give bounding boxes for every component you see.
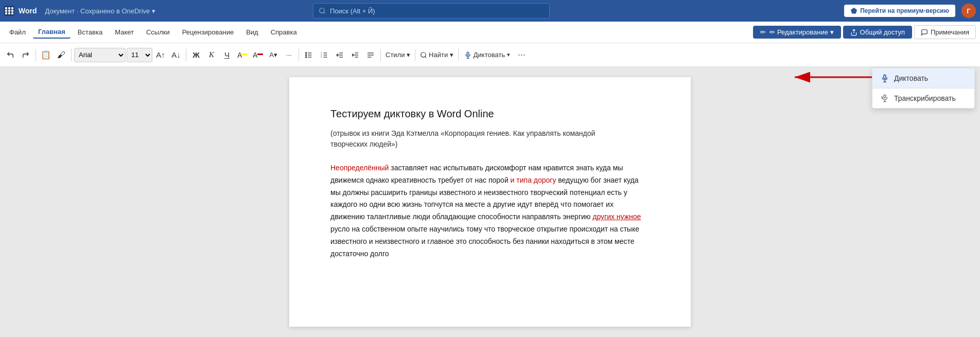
app-name: Word (19, 7, 37, 15)
menu-review[interactable]: Рецензирование (177, 26, 239, 38)
bullets-button[interactable] (302, 47, 316, 63)
edit-mode-button[interactable]: ✏ ✏ Редактирование ▾ (753, 26, 841, 39)
document-subtitle: (отрывок из книги Эда Кэтмелла «Корпорац… (330, 128, 650, 150)
separator-5 (380, 49, 381, 61)
dropdown-dictate-item[interactable]: Диктовать (872, 68, 974, 88)
svg-point-0 (320, 8, 324, 13)
premium-label: Перейти на премиум-версию (860, 7, 949, 14)
more-icon: ··· (518, 49, 526, 60)
menu-home[interactable]: Главная (33, 26, 71, 39)
body-text-5: других нужное (592, 212, 641, 221)
svg-point-8 (306, 57, 307, 58)
user-avatar[interactable]: Г (961, 4, 976, 18)
share-icon (850, 29, 857, 36)
svg-line-1 (324, 12, 325, 14)
dictate-arrow: ▾ (507, 51, 510, 58)
menu-view[interactable]: Вид (241, 26, 264, 38)
italic-button[interactable]: К (204, 47, 219, 63)
title-right-area: Перейти на премиум-версию Г (844, 4, 976, 18)
svg-rect-29 (884, 75, 886, 78)
menu-layout[interactable]: Макет (110, 26, 139, 38)
body-text-1: Неопределённый (330, 164, 389, 172)
subtitle-line2: творческих людей») (330, 140, 397, 148)
body-text-3: и типа дорогу (511, 176, 556, 184)
dictate-button[interactable]: Диктовать ▾ (461, 47, 513, 63)
svg-text:3: 3 (321, 56, 322, 58)
alignment-button[interactable] (363, 47, 378, 63)
undo-button[interactable] (3, 47, 18, 63)
search-icon (319, 7, 326, 14)
premium-button[interactable]: Перейти на премиум-версию (844, 5, 955, 17)
font-selector[interactable]: Arial Times New Roman Calibri (74, 48, 126, 62)
mic-dropdown-icon (881, 74, 889, 83)
find-icon (420, 51, 427, 59)
redo-icon (22, 51, 30, 59)
transcribe-icon (881, 94, 889, 103)
mic-toolbar-icon (464, 51, 471, 59)
diamond-icon (850, 7, 857, 14)
styles-button[interactable]: Стили ▾ (383, 47, 412, 63)
increase-indent-icon (351, 51, 359, 59)
text-effects-button[interactable]: A▾ (266, 47, 281, 63)
user-initial: Г (967, 7, 970, 15)
edit-icon: ✏ (760, 28, 766, 36)
menu-help[interactable]: Справка (266, 26, 302, 38)
svg-point-7 (306, 55, 307, 56)
transcribe-item-label: Транскрибировать (894, 94, 956, 102)
decrease-indent-button[interactable] (332, 47, 347, 63)
edit-mode-label: ✏ Редактирование ▾ (769, 28, 833, 36)
dictate-label: Диктовать (474, 51, 505, 59)
menu-links[interactable]: Ссылки (141, 26, 175, 38)
bullets-icon (305, 51, 313, 59)
decrease-font-button[interactable]: A↓ (169, 47, 183, 63)
svg-point-6 (306, 52, 307, 54)
increase-font-button[interactable]: A↑ (153, 47, 168, 63)
bold-button[interactable]: Ж (189, 47, 203, 63)
document-body: Неопределённый заставляет нас испытывать… (330, 162, 650, 260)
menu-insert[interactable]: Вставка (73, 26, 108, 38)
search-placeholder: Поиск (Alt + Й) (330, 7, 375, 15)
dictate-dropdown: Диктовать Транскрибировать (872, 68, 975, 109)
content-area: Тестируем диктовку в Word Online (отрыво… (0, 67, 980, 337)
paste-button[interactable]: 📋 (39, 47, 53, 63)
separator-1 (36, 49, 36, 61)
svg-rect-32 (884, 95, 886, 98)
share-button[interactable]: Общий доступ (843, 26, 912, 39)
document-heading: Тестируем диктовку в Word Online (330, 108, 650, 120)
decrease-indent-icon (336, 51, 344, 59)
svg-marker-2 (851, 8, 857, 13)
body-text-6: русло на собственном опыте научились том… (330, 225, 639, 258)
menu-bar: Файл Главная Вставка Макет Ссылки Реценз… (0, 22, 980, 43)
search-bar[interactable]: Поиск (Alt + Й) (313, 3, 550, 19)
share-label: Общий доступ (860, 28, 905, 36)
separator-2 (71, 49, 72, 61)
find-button[interactable]: Найти ▾ (418, 47, 456, 63)
increase-indent-button[interactable] (348, 47, 362, 63)
menu-file[interactable]: Файл (4, 26, 31, 38)
apps-grid-icon[interactable] (4, 6, 14, 16)
highlight-button[interactable]: A (235, 47, 250, 63)
format-painter-button[interactable]: 🖌 (54, 47, 68, 63)
dictate-item-label: Диктовать (894, 74, 928, 82)
separator-6 (415, 49, 415, 61)
svg-line-25 (425, 56, 427, 58)
underline-button[interactable]: Ч (220, 47, 234, 63)
document-page[interactable]: Тестируем диктовку в Word Online (отрыво… (289, 77, 691, 327)
title-bar: Word Документ · Сохранено в OneDrive ▾ П… (0, 0, 980, 22)
undo-icon (6, 51, 14, 59)
arrow-annotation (784, 67, 877, 90)
more-options-button[interactable]: ··· (514, 47, 529, 63)
dropdown-transcribe-item[interactable]: Транскрибировать (872, 88, 974, 108)
font-size-selector[interactable]: 11 10 12 14 (127, 48, 152, 62)
redo-button[interactable] (19, 47, 33, 63)
separator-3 (186, 49, 186, 61)
doc-title[interactable]: Документ · Сохранено в OneDrive ▾ (45, 7, 155, 15)
alignment-icon (366, 51, 375, 59)
more-font-button[interactable]: ··· (282, 47, 296, 63)
numbering-button[interactable]: 123 (317, 47, 331, 63)
font-color-button[interactable]: A (251, 47, 265, 63)
numbering-icon: 123 (320, 51, 328, 59)
toolbar: 📋 🖌 Arial Times New Roman Calibri 11 10 … (0, 43, 980, 67)
comments-button[interactable]: Примечания (914, 25, 976, 39)
comments-label: Примечания (931, 28, 969, 36)
